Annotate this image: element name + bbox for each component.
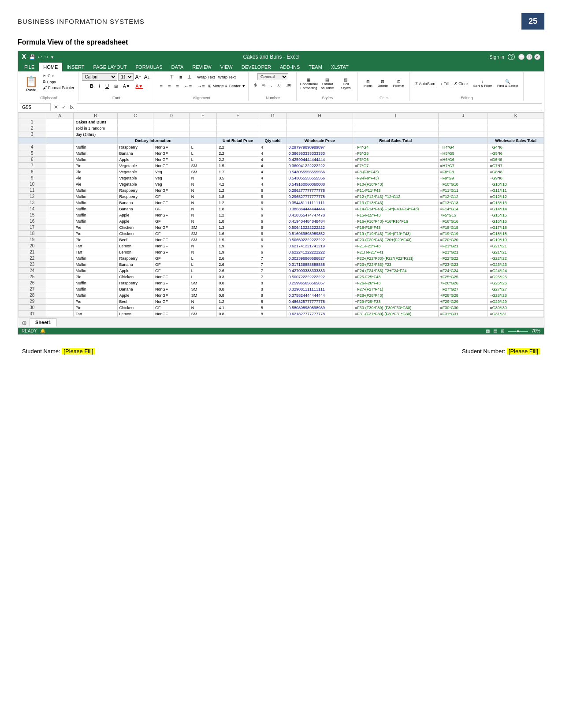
cell[interactable]: 6 bbox=[259, 200, 287, 206]
col-header-b[interactable]: B bbox=[74, 113, 117, 119]
zoom-slider[interactable]: ——●—— bbox=[508, 329, 528, 333]
tab-add-ins[interactable]: ADD-INS bbox=[275, 63, 304, 71]
cell[interactable] bbox=[117, 125, 153, 131]
cell[interactable] bbox=[46, 125, 74, 131]
cell[interactable]: 7 bbox=[259, 255, 287, 261]
cell[interactable] bbox=[46, 255, 74, 261]
cell[interactable]: Raspberry bbox=[117, 280, 153, 286]
cell[interactable]: Apple bbox=[117, 218, 153, 224]
decrease-font-icon[interactable]: A↓ bbox=[143, 74, 151, 80]
cell[interactable]: 6 bbox=[259, 224, 287, 231]
cell[interactable] bbox=[259, 119, 287, 125]
cell[interactable]: Pie bbox=[74, 231, 117, 237]
cell[interactable]: 0.500722222222222 bbox=[287, 274, 353, 280]
close-btn[interactable]: ✕ bbox=[534, 54, 540, 60]
format-as-table-button[interactable]: ▤ Format as Table bbox=[319, 76, 336, 91]
cell[interactable]: =F30-(F30*F30)-(F30*F30*G30) bbox=[353, 305, 438, 311]
col-header-j[interactable]: J bbox=[438, 113, 488, 119]
cell[interactable]: L bbox=[189, 255, 217, 261]
font-size-select[interactable]: 11 bbox=[118, 73, 134, 81]
cell[interactable]: Chicken bbox=[117, 274, 153, 280]
comma-button[interactable]: , bbox=[268, 82, 274, 88]
cell[interactable]: 0.506502222222222 bbox=[287, 237, 353, 243]
insert-button[interactable]: ⊞ Insert bbox=[361, 78, 375, 89]
cell[interactable]: =F20-(F20*F43)-F20+(F20*F43) bbox=[353, 237, 438, 243]
cell[interactable]: 1.5 bbox=[217, 163, 259, 169]
cell[interactable]: NonGF bbox=[153, 212, 190, 218]
cell[interactable]: L bbox=[189, 261, 217, 268]
cell[interactable]: =D6*I6 bbox=[488, 157, 544, 163]
cell[interactable]: =F24*G24 bbox=[438, 268, 488, 274]
cell[interactable]: 2.2 bbox=[217, 144, 259, 150]
view-layout-icon[interactable]: ▤ bbox=[493, 329, 497, 333]
view-page-break-icon[interactable]: ⊞ bbox=[501, 329, 504, 333]
cell[interactable] bbox=[353, 125, 438, 131]
cell[interactable] bbox=[46, 286, 74, 292]
cell[interactable]: GF bbox=[153, 261, 190, 268]
cell[interactable]: L bbox=[189, 144, 217, 150]
cell[interactable] bbox=[287, 119, 353, 125]
cell[interactable] bbox=[46, 224, 74, 231]
cell[interactable]: Beef bbox=[117, 237, 153, 243]
align-left-button[interactable]: ≡ bbox=[158, 82, 165, 90]
cell[interactable]: 0.516969898989852 bbox=[287, 231, 353, 237]
undo-icon[interactable]: ↩ bbox=[38, 54, 42, 60]
cell[interactable]: 4 bbox=[259, 144, 287, 150]
cell[interactable]: 6 bbox=[259, 231, 287, 237]
cell[interactable]: Pie bbox=[74, 305, 117, 311]
underline-button[interactable]: U bbox=[103, 82, 111, 90]
cell[interactable]: =F13*G13 bbox=[438, 200, 488, 206]
cell[interactable]: +F5*G15 bbox=[438, 212, 488, 218]
cell[interactable]: NonGF bbox=[153, 280, 190, 286]
tab-file[interactable]: FILE bbox=[20, 63, 39, 71]
quick-save-icon[interactable]: 💾 bbox=[29, 54, 35, 60]
cell[interactable]: =F19*G19 bbox=[438, 231, 488, 237]
cell[interactable]: +F18-F18*F43 bbox=[353, 224, 438, 231]
cell[interactable]: Lemon bbox=[117, 243, 153, 249]
align-bottom-button[interactable]: ⊥ bbox=[185, 73, 194, 81]
cell[interactable] bbox=[189, 119, 217, 125]
cell[interactable]: N bbox=[189, 206, 217, 212]
cell[interactable]: 2.2 bbox=[217, 157, 259, 163]
cell[interactable]: Pie bbox=[74, 237, 117, 243]
cell[interactable]: Vegetable bbox=[117, 163, 153, 169]
cell[interactable]: Muffin bbox=[74, 268, 117, 274]
cell[interactable] bbox=[353, 131, 438, 138]
cell[interactable] bbox=[189, 125, 217, 131]
cell[interactable]: SM bbox=[189, 224, 217, 231]
cell[interactable]: =G17*I18 bbox=[488, 224, 544, 231]
cell[interactable]: =G21*I21 bbox=[488, 243, 544, 249]
cell[interactable]: Banana bbox=[117, 150, 153, 157]
cell[interactable]: 4.1 bbox=[217, 305, 259, 311]
cell[interactable]: L bbox=[189, 268, 217, 274]
col-header-g[interactable]: G bbox=[259, 113, 287, 119]
col-header-h[interactable]: H bbox=[287, 113, 353, 119]
cell[interactable]: 2.6 bbox=[217, 261, 259, 268]
cell[interactable] bbox=[46, 157, 74, 163]
cell[interactable]: 7 bbox=[259, 268, 287, 274]
cell[interactable]: 0.580808989898989 bbox=[287, 305, 353, 311]
cell[interactable]: GF bbox=[153, 194, 190, 200]
confirm-formula-btn[interactable]: ✓ bbox=[60, 104, 67, 110]
cell[interactable]: N bbox=[189, 187, 217, 194]
format-button[interactable]: ⊡ Format bbox=[391, 78, 406, 89]
cell[interactable] bbox=[46, 292, 74, 299]
cell[interactable]: =F27-(F27*F41) bbox=[353, 286, 438, 292]
italic-button[interactable]: I bbox=[97, 82, 102, 90]
cell[interactable]: SM bbox=[189, 280, 217, 286]
cell[interactable]: SM bbox=[189, 163, 217, 169]
cell[interactable]: 4 bbox=[259, 150, 287, 157]
cell[interactable]: 0.360941222222222 bbox=[287, 163, 353, 169]
cell[interactable]: Veg bbox=[153, 181, 190, 187]
tab-page-layout[interactable]: PAGE LAYOUT bbox=[89, 63, 131, 71]
cell[interactable] bbox=[153, 119, 190, 125]
cell[interactable]: day (24hrs) bbox=[74, 131, 117, 138]
cell[interactable]: =G5*I6 bbox=[488, 150, 544, 157]
tab-data[interactable]: DATA bbox=[167, 63, 188, 71]
cell[interactable]: =G28*I28 bbox=[488, 292, 544, 299]
cell[interactable]: 7 bbox=[259, 261, 287, 268]
cell[interactable]: Raspberry bbox=[117, 187, 153, 194]
clear-button[interactable]: ✗ Clear bbox=[452, 80, 470, 87]
cell[interactable]: Veg bbox=[153, 169, 190, 175]
cell[interactable]: =F7*G7 bbox=[353, 163, 438, 169]
